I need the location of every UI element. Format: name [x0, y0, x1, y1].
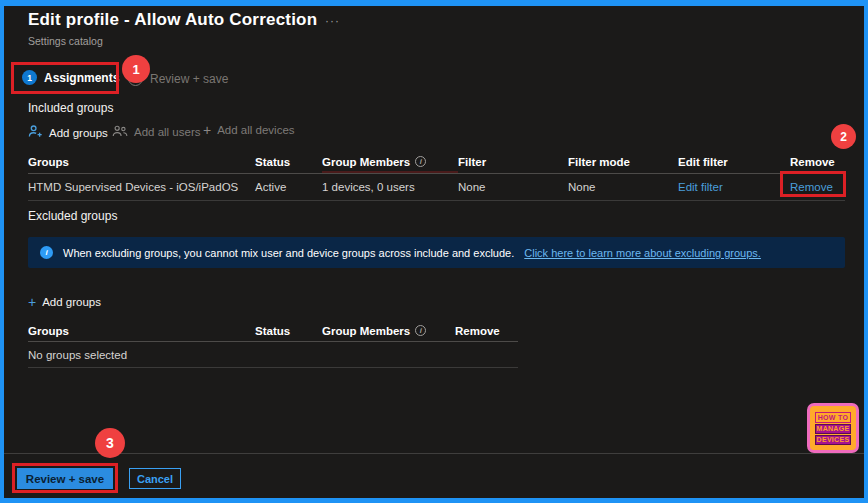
step-2-circle: 2 — [128, 71, 143, 86]
info-icon[interactable]: i — [415, 156, 426, 167]
page-subtitle: Settings catalog — [28, 35, 103, 47]
col-groups: Groups — [28, 320, 255, 342]
cell-group-name: HTMD Supervised Devices - iOS/iPadOS — [28, 174, 255, 201]
add-all-devices-label: Add all devices — [217, 124, 294, 136]
excluded-add-groups-label: Add groups — [42, 296, 101, 308]
annotation-badge-2: 2 — [831, 124, 856, 149]
logo-line-3: DEVICES — [815, 435, 852, 445]
excluded-groups-table: Groups Status Group Members i Remove No … — [28, 320, 518, 368]
add-all-devices-button[interactable]: + Add all devices — [203, 124, 295, 136]
info-banner-icon: i — [40, 246, 53, 259]
add-groups-button[interactable]: Add groups — [28, 124, 108, 141]
col-group-members-label: Group Members — [322, 156, 410, 168]
col-edit-filter: Edit filter — [678, 150, 790, 174]
footer-divider — [4, 453, 864, 454]
tab-assignments[interactable]: 1 Assignments — [22, 70, 119, 85]
page-title: Edit profile - Allow Auto Correction — [28, 10, 317, 30]
add-all-users-label: Add all users — [134, 126, 200, 138]
col-status: Status — [255, 150, 322, 174]
col-status: Status — [255, 320, 322, 342]
cell-filter-mode: None — [568, 174, 678, 201]
step-1-circle: 1 — [22, 70, 37, 85]
more-options-icon[interactable]: ··· — [325, 14, 340, 28]
plus-icon: + — [28, 296, 36, 308]
tab-review-save[interactable]: 2 Review + save — [128, 71, 228, 86]
htmd-logo: HOW TO MANAGE DEVICES — [807, 403, 859, 453]
info-icon[interactable]: i — [415, 325, 426, 336]
exclusion-info-banner: i When excluding groups, you cannot mix … — [28, 237, 845, 268]
tab-review-save-label: Review + save — [150, 72, 228, 86]
included-groups-heading: Included groups — [28, 101, 113, 115]
col-group-members: Group Members i — [322, 320, 455, 342]
plus-icon: + — [203, 124, 211, 136]
col-group-members: Group Members i — [322, 150, 458, 174]
add-groups-label: Add groups — [49, 127, 108, 139]
no-groups-selected: No groups selected — [28, 342, 255, 368]
people-icon — [112, 124, 128, 140]
col-filter: Filter — [458, 150, 568, 174]
tab-assignments-label: Assignments — [44, 71, 119, 85]
banner-learn-more-link[interactable]: Click here to learn more about excluding… — [524, 247, 761, 259]
col-remove: Remove — [455, 320, 518, 342]
banner-text: When excluding groups, you cannot mix us… — [63, 247, 514, 259]
logo-line-2: MANAGE — [815, 424, 852, 434]
remove-link[interactable]: Remove — [790, 181, 833, 193]
col-group-members-label: Group Members — [322, 325, 410, 337]
excluded-add-groups-button[interactable]: + Add groups — [28, 296, 101, 308]
logo-line-1: HOW TO — [815, 412, 851, 423]
col-groups: Groups — [28, 150, 255, 174]
cell-status: Active — [255, 174, 322, 201]
included-groups-table: Groups Status Group Members i Filter Fil… — [28, 150, 845, 201]
cell-filter: None — [458, 174, 568, 201]
cancel-button[interactable]: Cancel — [129, 468, 181, 489]
review-save-button[interactable]: Review + save — [17, 468, 113, 489]
add-all-users-button[interactable]: Add all users — [112, 124, 200, 140]
screenshot-frame: Edit profile - Allow Auto Correction ···… — [0, 0, 868, 503]
person-add-icon — [28, 124, 43, 141]
col-filter-mode: Filter mode — [568, 150, 678, 174]
excluded-groups-heading: Excluded groups — [28, 209, 117, 223]
cell-group-members: 1 devices, 0 users — [322, 174, 458, 201]
edit-profile-blade: Edit profile - Allow Auto Correction ···… — [4, 6, 864, 498]
edit-filter-link[interactable]: Edit filter — [678, 181, 723, 193]
col-remove: Remove — [790, 150, 845, 174]
